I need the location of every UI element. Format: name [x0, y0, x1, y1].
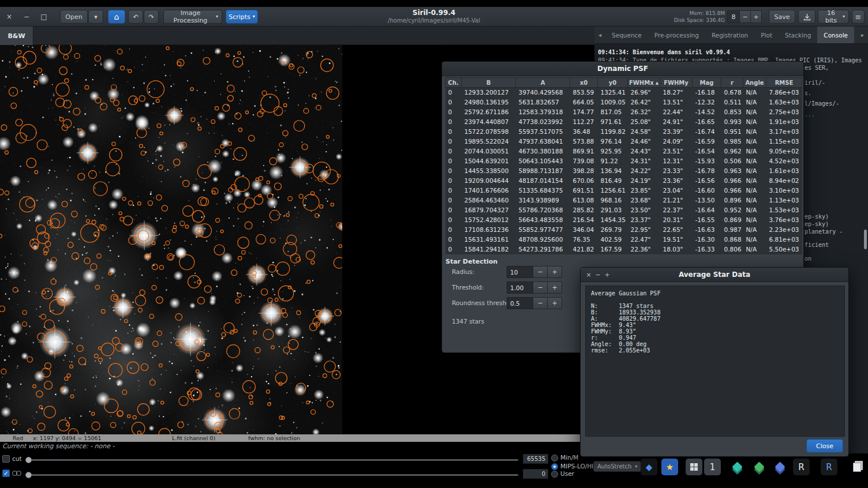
radius-input[interactable]	[507, 266, 533, 278]
undo-button[interactable]: ↶	[128, 10, 143, 24]
threads-decrement-button[interactable]: −	[740, 10, 751, 23]
psf-table[interactable]: Ch. B A x0 y0 FWHMx▲ FWHMy Mag r Angle R…	[445, 77, 802, 254]
app-icon-grid[interactable]	[686, 459, 702, 475]
minimize-dialog-icon[interactable]: −	[593, 271, 603, 279]
close-window-icon[interactable]: ×	[3, 7, 15, 27]
tab-plot[interactable]: Plot	[754, 27, 779, 43]
minmax-radio[interactable]	[551, 455, 558, 461]
save-as-button[interactable]	[798, 10, 815, 24]
threads-increment-button[interactable]: +	[751, 10, 762, 23]
open-button[interactable]: Open	[60, 10, 88, 24]
table-row[interactable]: 015631.49316148708.92560076.35402.5922.4…	[446, 235, 802, 245]
table-row[interactable]: 017108.63123655852.977477346.04269.7922.…	[446, 225, 802, 235]
lo-value-input[interactable]	[523, 469, 548, 479]
app-icon-layers-teal[interactable]	[729, 459, 746, 475]
app-icon-r-light[interactable]: R	[793, 459, 810, 475]
column-header-a[interactable]: A	[516, 78, 570, 88]
column-header-fwhmx[interactable]: FWHMx▲	[628, 78, 660, 88]
roundness-decrement-button[interactable]: −	[533, 297, 548, 309]
table-row[interactable]: 015044.63920150643.105443739.0891.2224.3…	[446, 156, 802, 166]
column-header-r[interactable]: r	[721, 78, 743, 88]
image-processing-menu-button[interactable]: Image Processing ▾	[163, 10, 222, 24]
autostretch-dropdown[interactable]: AutoStretch ▾	[593, 461, 641, 472]
tab-console[interactable]: Console	[817, 27, 854, 43]
app-icon-star-bookmark[interactable]: ★	[661, 459, 678, 475]
column-header-x0[interactable]: x0	[570, 78, 598, 88]
column-header-b[interactable]: B	[462, 78, 516, 88]
tab-stacking[interactable]: Stacking	[779, 27, 817, 43]
save-button[interactable]: Save	[769, 10, 795, 24]
threshold-increment-button[interactable]: +	[548, 281, 562, 294]
hi-value-input[interactable]	[523, 454, 548, 464]
radius-increment-button[interactable]: +	[548, 266, 562, 278]
radius-decrement-button[interactable]: −	[533, 266, 548, 278]
lo-slider[interactable]	[27, 474, 518, 476]
column-header-mag[interactable]: Mag	[693, 78, 721, 88]
table-cell: 24.43"	[628, 147, 660, 156]
hamburger-menu-button[interactable]: ≡	[852, 10, 865, 24]
lo-slider-handle[interactable]	[25, 472, 32, 478]
minimize-window-icon[interactable]: −	[21, 7, 32, 27]
open-dropdown-button[interactable]: ▾	[88, 10, 103, 24]
app-icon-terminal[interactable]: ◆	[641, 459, 657, 475]
roundness-input[interactable]	[507, 297, 533, 309]
app-icon-layers-green[interactable]	[751, 459, 768, 475]
home-button[interactable]: ⌂	[108, 10, 125, 24]
app-icon-r-blue[interactable]: R	[821, 459, 837, 475]
table-row[interactable]: 014455.33850058988.713187398.28136.9424.…	[446, 166, 802, 176]
table-row[interactable]: 024980.1361955631.832657664.051009.0526.…	[446, 97, 802, 107]
threshold-spinbox[interactable]: − +	[507, 281, 562, 294]
roundness-spinbox[interactable]: − +	[507, 297, 562, 309]
table-row[interactable]: 025864.4634603143.938989613.08968.1623.6…	[446, 196, 802, 205]
image-canvas[interactable]	[0, 45, 342, 434]
table-row[interactable]: 012933.20012739740.429568853.591325.4126…	[446, 88, 802, 97]
scripts-menu-button[interactable]: Scripts ▾	[226, 10, 258, 24]
column-header-rmse[interactable]: RMSE	[766, 78, 802, 88]
tabs-scroll-left-icon[interactable]: ◂	[594, 27, 605, 43]
radius-spinbox[interactable]: − +	[507, 266, 562, 278]
app-icon-layers-blue[interactable]	[772, 459, 788, 475]
hi-slider[interactable]	[27, 459, 518, 461]
table-row[interactable]: 015722.07859855937.51707536.481199.8224.…	[446, 127, 802, 137]
table-row[interactable]: 019895.52202447937.638041573.88976.1424.…	[446, 137, 802, 147]
roundness-increment-button[interactable]: +	[548, 297, 562, 309]
table-row[interactable]: 019209.00464448187.014154670.06816.4924.…	[446, 176, 802, 186]
tabs-scroll-right-icon[interactable]: ▸	[857, 27, 868, 43]
app-icon-documents[interactable]	[848, 459, 865, 475]
close-dialog-icon[interactable]: ×	[584, 271, 593, 279]
column-header-fwhmy[interactable]: FWHMy	[660, 78, 693, 88]
avg-dialog-titlebar[interactable]: × − + Average Star Data	[581, 268, 848, 282]
app-icon-workspace-1[interactable]: 1	[704, 459, 721, 475]
console-line-fragment: ep-sky)	[805, 213, 829, 220]
cut-checkbox[interactable]	[2, 455, 10, 463]
table-row[interactable]: 025792.67118612583.379318174.77817.0526.…	[446, 107, 802, 117]
linked-levels-checkbox[interactable]: ✓	[2, 470, 10, 477]
table-row[interactable]: 015841.29418254273.291786421.82167.5922.…	[446, 245, 802, 254]
table-cell: 55937.517075	[516, 127, 570, 137]
threshold-decrement-button[interactable]: −	[533, 281, 548, 294]
maximize-window-icon[interactable]: □	[38, 7, 50, 27]
table-row[interactable]: 017401.67660651335.684375691.511256.6123…	[446, 186, 802, 196]
mips-lohi-radio[interactable]	[551, 463, 558, 470]
tab-bw[interactable]: B&W	[0, 27, 33, 45]
tab-sequence[interactable]: Sequence	[605, 27, 648, 43]
table-row[interactable]: 023974.44080747738.023992112.27971.6125.…	[446, 117, 802, 127]
table-row[interactable]: 020744.03005146730.380188869.91925.9524.…	[446, 147, 802, 156]
column-header-ch[interactable]: Ch.	[446, 78, 462, 88]
threshold-input[interactable]	[507, 281, 533, 294]
hi-slider-handle[interactable]	[25, 457, 32, 463]
table-row[interactable]: 016879.70432755786.720368285.82291.0323.…	[446, 205, 802, 215]
psf-dialog-titlebar[interactable]: Dynamic PSF	[442, 62, 803, 76]
column-header-y0[interactable]: y0	[598, 78, 628, 88]
link-icon[interactable]	[12, 470, 25, 478]
user-radio[interactable]	[551, 471, 558, 478]
tab-registration[interactable]: Registration	[705, 27, 754, 43]
bit-depth-dropdown[interactable]: 16 bits ▾	[818, 10, 849, 24]
close-button[interactable]: Close	[806, 439, 843, 453]
tab-pre-processing[interactable]: Pre-processing	[648, 27, 705, 43]
table-row[interactable]: 015752.42801256643.483558216.541454.3523…	[446, 215, 802, 225]
column-header-angle[interactable]: Angle	[743, 78, 766, 88]
redo-button[interactable]: ↷	[144, 10, 159, 24]
console-scrollbar[interactable]	[864, 230, 867, 249]
maximize-dialog-icon[interactable]: +	[603, 271, 612, 279]
